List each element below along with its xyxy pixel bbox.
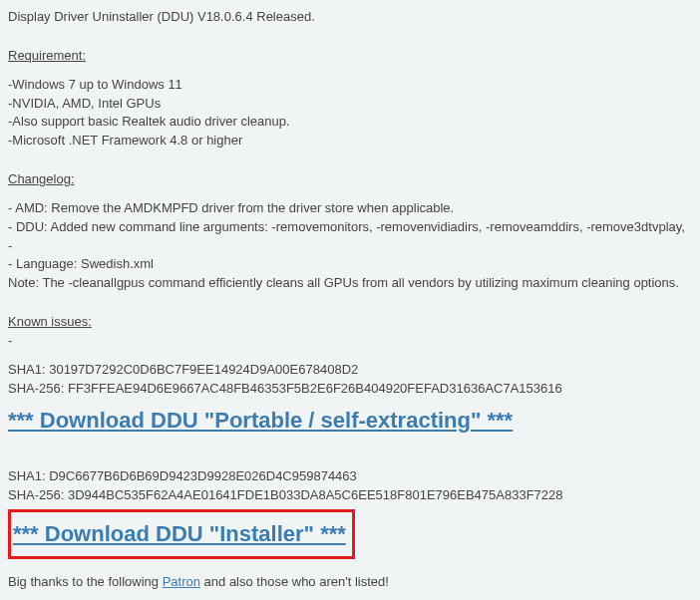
patron-link[interactable]: Patron [163, 574, 200, 589]
thanks-suffix: and also those who aren't listed! [200, 574, 389, 589]
download-installer-link[interactable]: *** Download DDU "Installer" *** [13, 518, 346, 550]
thanks-prefix: Big thanks to the following [8, 574, 163, 589]
changelog-heading: Changelog: [8, 170, 75, 189]
thanks-line: Big thanks to the following Patron and a… [8, 573, 692, 592]
download-portable-link[interactable]: *** Download DDU "Portable / self-extrac… [8, 405, 513, 437]
changelog-list: - AMD: Remove the AMDKMPFD driver from t… [8, 199, 692, 293]
requirement-heading: Requirement: [8, 47, 86, 66]
requirement-list: -Windows 7 up to Windows 11 -NVIDIA, AMD… [8, 76, 692, 150]
hash-block-installer: SHA1: D9C6677B6D6B69D9423D9928E026D4C959… [8, 467, 692, 505]
known-issues-heading: Known issues: [8, 313, 92, 332]
known-issues-list: - [8, 332, 692, 351]
download-installer-highlight: *** Download DDU "Installer" *** [8, 509, 355, 559]
release-title: Display Driver Uninstaller (DDU) V18.0.6… [8, 8, 692, 27]
hash-block-portable: SHA1: 30197D7292C0D6BC7F9EE14924D9A00E67… [8, 361, 692, 399]
